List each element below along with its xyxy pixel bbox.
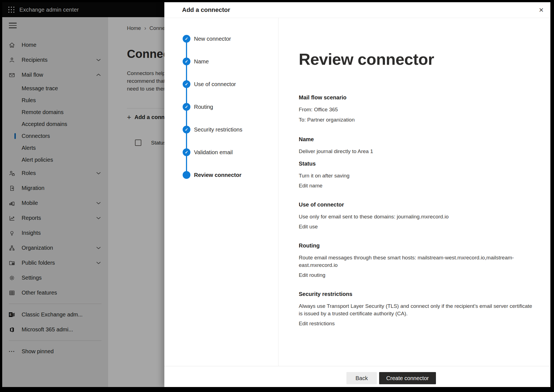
step-label: Security restrictions xyxy=(194,127,242,133)
step-label: Review connector xyxy=(194,172,241,178)
section-text: Route email messages through these smart… xyxy=(299,254,534,269)
section-title: Routing xyxy=(299,243,537,249)
review-section-use-of-connector: Use of connectorUse only for email sent … xyxy=(299,202,537,230)
section-text: Turn it on after saving xyxy=(299,172,534,179)
wizard-step-new-connector[interactable]: ✓New connector xyxy=(164,33,278,45)
section-title: Status xyxy=(299,161,537,167)
check-icon: ✓ xyxy=(183,148,190,156)
review-section-security-restrictions: Security restrictionsAlways use Transpor… xyxy=(299,291,537,327)
section-title: Security restrictions xyxy=(299,291,537,297)
check-icon: ✓ xyxy=(183,35,190,43)
review-section-mail-flow-scenario: Mail flow scenarioFrom: Office 365To: Pa… xyxy=(299,94,537,123)
check-icon: ✓ xyxy=(183,58,190,65)
section-title: Name xyxy=(299,136,537,143)
wizard-step-use-of-connector[interactable]: ✓Use of connector xyxy=(164,78,278,90)
review-heading: Review connector xyxy=(299,51,539,68)
check-icon: ✓ xyxy=(183,126,190,133)
step-label: Routing xyxy=(194,104,213,110)
edit-name-link[interactable]: Edit name xyxy=(299,183,323,189)
screen: Exchange admin center HomeRecipientsMail… xyxy=(2,2,550,387)
wizard-step-security-restrictions[interactable]: ✓Security restrictions xyxy=(164,123,278,136)
check-icon: ✓ xyxy=(183,80,190,88)
step-label: Use of connector xyxy=(194,81,236,87)
wizard-step-validation-email[interactable]: ✓Validation email xyxy=(164,146,278,158)
review-section-routing: RoutingRoute email messages through thes… xyxy=(299,243,537,278)
section-title: Mail flow scenario xyxy=(299,94,537,101)
dialog-footer: Back Create connector xyxy=(164,366,550,387)
dialog-header: Add a connector ✕ xyxy=(164,2,550,18)
review-content: Review connector Mail flow scenarioFrom:… xyxy=(279,18,550,366)
section-text: Always use Transport Layer Security (TLS… xyxy=(299,302,534,317)
wizard-step-review-connector[interactable]: Review connector xyxy=(164,169,278,181)
section-text: To: Partner organization xyxy=(299,116,534,123)
dialog-title: Add a connector xyxy=(182,6,230,14)
section-text: Use only for email sent to these domains… xyxy=(299,213,534,220)
wizard-step-name[interactable]: ✓Name xyxy=(164,55,278,68)
edit-restrictions-link[interactable]: Edit restrictions xyxy=(299,321,335,327)
wizard-step-routing[interactable]: ✓Routing xyxy=(164,101,278,113)
create-connector-button[interactable]: Create connector xyxy=(379,372,436,384)
section-title: Use of connector xyxy=(299,202,537,208)
review-section-status: StatusTurn it on after savingEdit name xyxy=(299,161,537,189)
edit-routing-link[interactable]: Edit routing xyxy=(299,272,325,278)
review-section-name: NameDeliver journal directly to Area 1 xyxy=(299,136,537,155)
check-icon: ✓ xyxy=(183,103,190,111)
step-label: Name xyxy=(194,58,209,65)
add-connector-dialog: Add a connector ✕ ✓New connector✓Name✓Us… xyxy=(164,2,550,387)
edit-use-link[interactable]: Edit use xyxy=(299,224,318,230)
section-text: Deliver journal directly to Area 1 xyxy=(299,148,534,155)
back-button[interactable]: Back xyxy=(346,372,377,384)
review-sections: Mail flow scenarioFrom: Office 365To: Pa… xyxy=(299,94,539,327)
step-label: New connector xyxy=(194,36,231,42)
step-label: Validation email xyxy=(194,149,233,156)
section-text: From: Office 365 xyxy=(299,106,534,113)
step-current-dot xyxy=(183,171,190,179)
close-icon[interactable]: ✕ xyxy=(537,6,545,14)
wizard-steps: ✓New connector✓Name✓Use of connector✓Rou… xyxy=(164,18,279,366)
